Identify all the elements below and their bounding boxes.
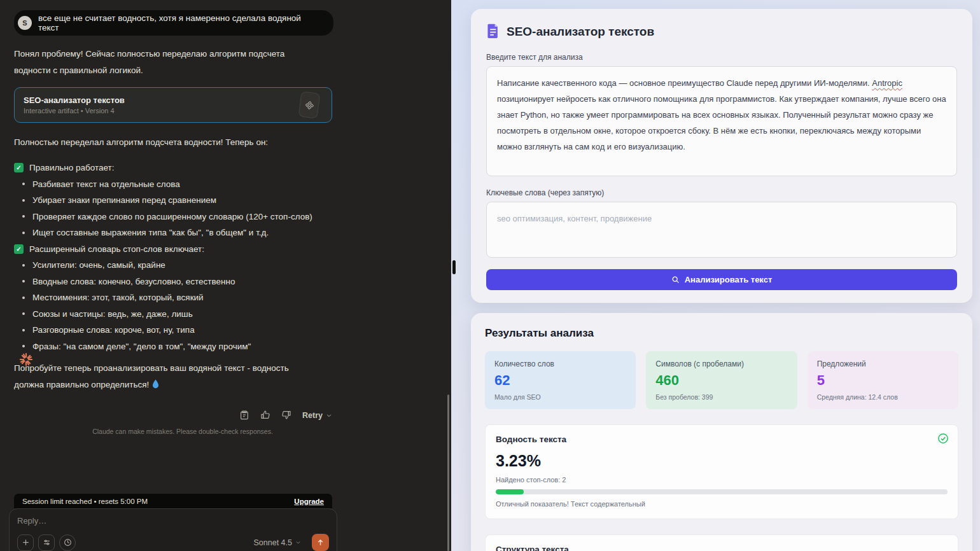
user-message-text: все еще не считает водность, хотя я наме… [38,13,323,32]
session-limit-text: Session limit reached • resets 5:00 PM [22,498,148,505]
artifact-card[interactable]: SEO-анализатор текстов Interactive artif… [14,87,332,123]
arrow-up-icon [316,538,325,547]
history-button[interactable] [59,534,76,551]
check-icon: ✓ [14,163,24,172]
list-item: Разбивает текст на отдельные слова [14,176,333,193]
sliders-icon [43,538,51,547]
stat-note: Мало для SEO [494,393,626,401]
water-progress-bar [496,489,948,494]
message-actions: Retry [14,410,332,421]
keywords-label: Ключевые слова (через запятую) [486,188,957,197]
water-content-card: Водность текста 3.23% Найдено стоп-слов:… [485,424,958,519]
chevron-down-icon [295,540,301,545]
structure-card: Структура текста 1 [485,534,958,551]
assistant-list: ✓Правильно работает: Разбивает текст на … [14,160,333,354]
upgrade-link[interactable]: Upgrade [294,498,324,505]
water-value: 3.23% [496,452,948,470]
list-item: Фразы: "на самом деле", "дело в том", "м… [14,338,333,355]
stat-label: Символов (с пробелами) [655,359,787,368]
list-item-text: Союзы и частицы: ведь, же, даже, лишь [32,309,193,319]
bullet-icon [22,264,25,267]
text-input-label: Введите текст для анализа [486,53,957,62]
input-text-part: позиционирует нейросеть как отличного по… [497,94,946,151]
search-icon [671,276,680,284]
list-item-text: Разговорные слова: короче, вот, ну, типа [32,325,195,335]
retry-button[interactable]: Retry [302,411,332,420]
list-item: Усилители: очень, самый, крайне [14,257,333,274]
bullet-icon [22,329,25,331]
results-heading: Результаты анализа [485,327,958,340]
list-item-text: Правильно работает: [29,163,115,172]
send-button[interactable] [312,534,329,551]
bullet-icon [22,312,25,315]
attach-button[interactable] [17,534,34,551]
assistant-closing: Попробуйте теперь проанализировать ваш в… [14,360,319,394]
disclaimer-text: Claude can make mistakes. Please double-… [14,428,351,435]
plus-icon [22,538,30,547]
list-item: Проверяет каждое слово по расширенному с… [14,209,333,225]
model-label: Sonnet 4.5 [254,538,292,547]
input-text-part: Написание качественного кода — основное … [497,78,872,88]
bullet-icon [22,199,25,202]
list-item: Ищет составные выражения типа "как бы", … [14,225,333,241]
copy-icon[interactable] [239,410,250,421]
list-item-text: Местоимения: этот, такой, который, всяки… [32,293,204,302]
water-progress-fill [496,489,524,494]
user-message-bubble: S все еще не считает водность, хотя я на… [14,10,333,36]
panel-resize-handle[interactable] [452,260,456,274]
water-title: Водность текста [496,435,948,444]
document-icon [486,23,500,41]
retry-label: Retry [302,411,323,420]
list-item: ✓Расширенный словарь стоп-слов включает: [14,241,333,258]
stat-note: Средняя длина: 12.4 слов [817,393,949,401]
stat-char-count: Символов (с пробелами) 460 Без пробелов:… [646,351,797,409]
chat-scrollbar[interactable] [447,394,449,551]
list-item: Убирает знаки препинания перед сравнение… [14,192,333,209]
analyze-button[interactable]: Анализировать текст [486,269,957,290]
stat-label: Предложений [817,359,949,368]
list-item: Вводные слова: конечно, безусловно, есте… [14,274,333,290]
reply-composer[interactable]: Reply… Sonnet 4.5 [9,508,337,551]
water-drop-icon [151,378,160,394]
assistant-body-intro: Полностью переделал алгоритм подсчета во… [14,134,319,151]
analysis-text-input[interactable]: Написание качественного кода — основное … [486,66,957,176]
stat-value: 62 [494,372,626,389]
stat-note: Без пробелов: 399 [655,393,787,401]
chat-panel: S все еще не считает водность, хотя я на… [0,0,451,551]
thumbs-down-icon[interactable] [281,410,292,421]
input-text-misspelled: Antropic [872,78,902,88]
list-item-text: Вводные слова: конечно, безусловно, есте… [32,277,235,286]
clock-icon [64,538,72,547]
bullet-icon [22,345,25,347]
check-icon: ✓ [14,244,24,254]
stat-value: 460 [655,372,787,389]
artifact-preview-icon [298,91,321,118]
user-avatar: S [18,16,32,30]
artifact-card-title: SEO-анализатор текстов [24,95,125,105]
list-item-text: Проверяет каждое слово по расширенному с… [32,212,312,221]
list-item-text: Убирает знаки препинания перед сравнение… [32,195,216,205]
analyze-button-label: Анализировать текст [685,275,773,284]
list-item-text: Усилители: очень, самый, крайне [32,260,165,270]
seo-form-card: SEO-анализатор текстов Введите текст для… [471,9,972,303]
check-circle-icon [937,433,949,447]
list-item: ✓Правильно работает: [14,160,333,176]
stat-sentence-count: Предложений 5 Средняя длина: 12.4 слов [808,351,958,409]
stat-label: Количество слов [494,359,626,368]
artifact-card-subtitle: Interactive artifact • Version 4 [24,107,125,115]
assistant-intro-text: Понял проблему! Сейчас полностью передел… [14,46,319,79]
bullet-icon [22,232,25,234]
model-selector[interactable]: Sonnet 4.5 [254,538,301,547]
water-note: Отличный показатель! Текст содержательны… [496,500,948,508]
tools-button[interactable] [38,534,55,551]
stat-value: 5 [817,372,949,389]
list-item-text: Фразы: "на самом деле", "дело в том", "м… [32,342,251,351]
list-item-text: Разбивает текст на отдельные слова [32,179,180,189]
thumbs-up-icon[interactable] [260,410,271,421]
bullet-icon [22,280,25,282]
reply-input[interactable]: Reply… [17,516,329,526]
keywords-input[interactable]: seo оптимизация, контент, продвижение [486,202,957,258]
bullet-icon [22,215,25,218]
claude-logo-icon [18,351,34,368]
artifact-card-meta: SEO-анализатор текстов Interactive artif… [24,95,125,115]
